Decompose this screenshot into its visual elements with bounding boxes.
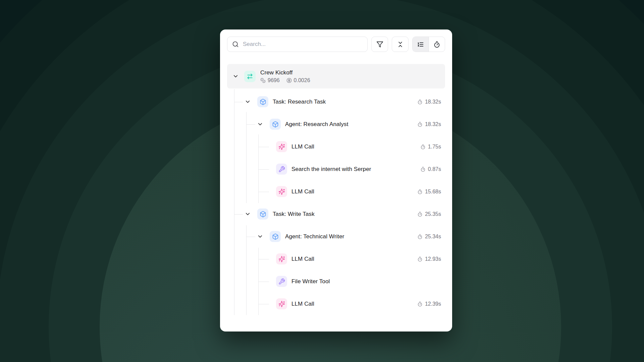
ordered-list-icon bbox=[417, 41, 424, 48]
expand-chevron[interactable] bbox=[255, 232, 265, 241]
expand-chevron[interactable] bbox=[243, 97, 252, 107]
span-duration: 25.34s bbox=[417, 234, 441, 240]
tool-icon-tile bbox=[276, 276, 287, 287]
sparkles-icon bbox=[278, 256, 285, 262]
expand-chevron[interactable] bbox=[231, 72, 240, 81]
search-box[interactable] bbox=[227, 37, 368, 52]
span-duration: 25.35s bbox=[417, 211, 441, 217]
timer-icon bbox=[433, 41, 440, 48]
cost-value: 0.0026 bbox=[294, 77, 310, 83]
span-duration: 15.68s bbox=[417, 189, 441, 195]
duration-value: 25.34s bbox=[425, 234, 441, 240]
span-title: File Writer Tool bbox=[291, 278, 330, 285]
span-duration: 12.93s bbox=[417, 256, 441, 262]
swap-arrows-icon bbox=[247, 73, 253, 80]
box-icon bbox=[260, 211, 266, 218]
search-icon bbox=[232, 41, 239, 48]
llm-icon-tile bbox=[276, 298, 287, 309]
tree-row-file-writer-tool[interactable]: File Writer Tool bbox=[227, 270, 445, 293]
tree-row-search-the-internet-with-serper[interactable]: Search the internet with Serper 0.87s bbox=[227, 158, 445, 180]
duration-value: 18.32s bbox=[425, 121, 441, 127]
stopwatch-icon bbox=[417, 256, 423, 262]
collapse-vertical-icon bbox=[397, 41, 404, 48]
trace-panel: Crew Kickoff 9696 0.0026 Task: Research … bbox=[220, 29, 452, 331]
crew-title: Crew Kickoff bbox=[260, 69, 310, 76]
box-icon bbox=[260, 99, 266, 105]
span-duration: 1.75s bbox=[420, 144, 441, 150]
filter-button[interactable] bbox=[371, 37, 388, 52]
tree-row-crew-kickoff[interactable]: Crew Kickoff 9696 0.0026 bbox=[227, 64, 445, 88]
tree-row-task-research-task[interactable]: Task: Research Task 18.32s bbox=[227, 90, 445, 113]
task-icon-tile bbox=[257, 96, 268, 107]
tree-row-llm-call[interactable]: LLM Call 1.75s bbox=[227, 135, 445, 158]
tree-row-llm-call[interactable]: LLM Call 12.93s bbox=[227, 248, 445, 270]
dollar-icon bbox=[286, 78, 292, 83]
duration-value: 1.75s bbox=[428, 144, 441, 150]
stopwatch-icon bbox=[417, 301, 423, 307]
agent-icon-tile bbox=[270, 119, 281, 130]
token-count: 9696 bbox=[268, 77, 280, 83]
agent-icon-tile bbox=[270, 231, 281, 242]
span-title: Search the internet with Serper bbox=[291, 166, 371, 173]
stopwatch-icon bbox=[417, 99, 423, 105]
tree-row-agent-research-analyst[interactable]: Agent: Research Analyst 18.32s bbox=[227, 113, 445, 135]
wrench-icon bbox=[278, 166, 285, 173]
duration-value: 18.32s bbox=[425, 99, 441, 105]
crew-icon-tile bbox=[244, 71, 256, 82]
box-icon bbox=[272, 121, 279, 128]
tree-row-llm-call[interactable]: LLM Call 12.39s bbox=[227, 293, 445, 315]
duration-value: 12.39s bbox=[425, 301, 441, 307]
toggle-list-view[interactable] bbox=[413, 37, 429, 52]
span-title: LLM Call bbox=[291, 301, 314, 307]
tree-row-agent-technical-writer[interactable]: Agent: Technical Writer 25.34s bbox=[227, 225, 445, 248]
duration-value: 12.93s bbox=[425, 256, 441, 262]
span-title: LLM Call bbox=[291, 188, 314, 195]
stopwatch-icon bbox=[417, 122, 423, 127]
span-title: Task: Write Task bbox=[273, 211, 315, 218]
expand-chevron[interactable] bbox=[243, 209, 252, 219]
llm-icon-tile bbox=[276, 141, 287, 152]
trace-tree: Task: Research Task 18.32s Agent: Resear… bbox=[227, 90, 445, 315]
tree-row-task-write-task[interactable]: Task: Write Task 25.35s bbox=[227, 203, 445, 225]
sparkles-icon bbox=[278, 188, 285, 195]
toggle-timeline-view[interactable] bbox=[429, 37, 445, 52]
task-icon-tile bbox=[257, 208, 268, 220]
span-title: LLM Call bbox=[291, 143, 314, 150]
search-input[interactable] bbox=[243, 41, 363, 48]
toolbar bbox=[227, 37, 445, 52]
tool-icon-tile bbox=[276, 164, 287, 175]
chevron-down-icon bbox=[245, 211, 251, 217]
chevron-down-icon bbox=[232, 73, 239, 79]
view-toggle bbox=[412, 37, 445, 52]
collapse-all-button[interactable] bbox=[392, 37, 409, 52]
filter-icon bbox=[376, 41, 383, 48]
stopwatch-icon bbox=[417, 212, 423, 217]
span-title: LLM Call bbox=[291, 256, 314, 262]
sparkles-icon bbox=[278, 301, 285, 307]
stopwatch-icon bbox=[420, 167, 426, 172]
span-title: Agent: Technical Writer bbox=[285, 233, 344, 240]
span-duration: 12.39s bbox=[417, 301, 441, 307]
chevron-down-icon bbox=[257, 121, 263, 127]
stopwatch-icon bbox=[417, 234, 423, 239]
chevron-down-icon bbox=[257, 233, 263, 240]
llm-icon-tile bbox=[276, 186, 287, 197]
wrench-icon bbox=[278, 278, 285, 285]
span-duration: 0.87s bbox=[420, 166, 441, 172]
stopwatch-icon bbox=[417, 189, 423, 194]
duration-value: 15.68s bbox=[425, 189, 441, 195]
box-icon bbox=[272, 233, 279, 240]
duration-value: 25.35s bbox=[425, 211, 441, 217]
span-duration: 18.32s bbox=[417, 121, 441, 127]
llm-icon-tile bbox=[276, 253, 287, 264]
coins-icon bbox=[260, 78, 266, 83]
tree-row-llm-call[interactable]: LLM Call 15.68s bbox=[227, 180, 445, 203]
duration-value: 0.87s bbox=[428, 166, 441, 172]
expand-chevron[interactable] bbox=[255, 120, 265, 129]
chevron-down-icon bbox=[245, 99, 251, 105]
span-title: Agent: Research Analyst bbox=[285, 121, 348, 128]
span-title: Task: Research Task bbox=[273, 99, 326, 105]
stopwatch-icon bbox=[420, 144, 426, 149]
sparkles-icon bbox=[278, 143, 285, 150]
span-duration: 18.32s bbox=[417, 99, 441, 105]
